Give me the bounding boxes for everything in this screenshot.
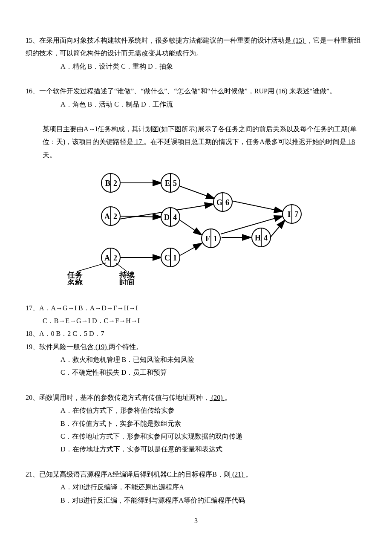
q21-optA: A．对B进行反编译，不能还原出源程序A xyxy=(26,481,366,494)
legend-text: 任务 名称 持续 时间 xyxy=(67,271,135,285)
node-D-val: 4 xyxy=(173,213,177,222)
node-F: F xyxy=(205,234,210,243)
intro-b: 。在不延误项目总工期的情况下，任务A最多可以推迟开始的时间是 xyxy=(144,138,346,145)
q15-stem: 15、在采用面向对象技术构建软件系统时，很多敏捷方法都建议的一种重要的设计活动是… xyxy=(26,34,366,60)
question-19: 19、软件风险一般包含 (19) 两个特性。 A．救火和危机管理 B．已知风险和… xyxy=(26,341,366,379)
q17-line1: 17、A．A→G→I B．A→D→F→H→I xyxy=(26,302,366,315)
q21-stem: 21、已知某高级语言源程序A经编译后得到机器C上的目标程序B，则 (21) 。 xyxy=(26,468,366,481)
q19-blank: (19) xyxy=(94,343,109,350)
diagram-node-labels: B 2 E 5 G 6 A 2 D 4 I 7 A 2 C 1 F 1 H 4 xyxy=(104,179,298,262)
q21-optB: B．对B进行反汇编，不能得到与源程序A等价的汇编程序代码 xyxy=(26,494,366,507)
svg-line-1 xyxy=(119,216,161,217)
question-16: 16、一个软件开发过程描述了“谁做”、“做什么”、“怎么做”和“什么时候做”，R… xyxy=(26,85,366,111)
svg-line-5 xyxy=(180,243,202,255)
q16-text-b: 来表述“谁做”。 xyxy=(289,87,336,95)
project-diagram: B 2 E 5 G 6 A 2 D 4 I 7 A 2 C 1 F 1 H 4 xyxy=(26,166,366,289)
q21-text-a: 21、已知某高级语言源程序A经编译后得到机器C上的目标程序B，则 xyxy=(26,471,231,478)
node-A2: A xyxy=(104,254,110,262)
svg-line-10 xyxy=(271,220,285,237)
q17-line2: C．B→E→G→I D．C→F→H→I xyxy=(26,315,366,327)
q19-line2: C．不确定性和损失 D．员工和预算 xyxy=(26,366,366,379)
node-H-val: 4 xyxy=(264,234,268,242)
svg-line-31 xyxy=(77,263,106,272)
question-20: 20、函数调用时，基本的参数传递方式有传值与传地址两种， (20) 。 A．在传… xyxy=(26,391,366,456)
q20-optA: A．在传值方式下，形参将值传给实参 xyxy=(26,404,366,417)
q20-optB: B．在传值方式下，实参不能是数组元素 xyxy=(26,417,366,430)
node-C: C xyxy=(164,254,170,262)
q15-options: A．精化 B．设计类 C．重构 D．抽象 xyxy=(26,60,366,73)
intro-text: 某项目主要由A～I任务构成，其计划图(如下图所示)展示了各任务之间的前后关系以及… xyxy=(26,123,366,162)
intro-c: 天。 xyxy=(43,151,56,159)
node-A1: A xyxy=(104,212,110,221)
node-H: H xyxy=(255,234,261,242)
q20-stem: 20、函数调用时，基本的参数传递方式有传值与传地址两种， (20) 。 xyxy=(26,391,366,404)
question-17: 17、A．A→G→I B．A→D→F→H→I C．B→E→G→I D．C→F→H… xyxy=(26,302,366,328)
question-21: 21、已知某高级语言源程序A经编译后得到机器C上的目标程序B，则 (21) 。 … xyxy=(26,468,366,507)
q20-blank: (20) xyxy=(210,394,225,401)
q16-stem: 16、一个软件开发过程描述了“谁做”、“做什么”、“怎么做”和“什么时候做”，R… xyxy=(26,85,366,98)
svg-line-7 xyxy=(231,201,282,211)
legend-task: 任务 xyxy=(67,271,83,279)
intro-blank1: 17 xyxy=(133,138,144,145)
q16-blank: (16) xyxy=(274,87,289,95)
node-E-val: 5 xyxy=(173,179,177,188)
q21-text-b: 。 xyxy=(245,471,252,478)
node-D: D xyxy=(164,213,170,222)
q20-text-b: 。 xyxy=(225,394,231,401)
node-B-val: 2 xyxy=(113,179,117,188)
node-G: G xyxy=(216,198,222,207)
legend-name: 名称 xyxy=(67,278,83,285)
q15-text-a: 15、在采用面向对象技术构建软件系统时，很多敏捷方法都建议的一种重要的设计活动是 xyxy=(26,37,291,44)
q16-options: A．角色 B．活动 C．制品 D．工作流 xyxy=(26,98,366,111)
q20-optD: D．在传地址方式下，实参可以是任意的变量和表达式 xyxy=(26,443,366,456)
q19-text-a: 19、软件风险一般包含 xyxy=(26,343,94,350)
q16-text-a: 16、一个软件开发过程描述了“谁做”、“做什么”、“怎么做”和“什么时候做”，R… xyxy=(26,87,274,95)
svg-line-32 xyxy=(116,263,127,272)
node-C-val: 1 xyxy=(173,254,177,262)
legend-time: 时间 xyxy=(119,278,135,285)
svg-line-3 xyxy=(180,186,214,199)
question-15: 15、在采用面向对象技术构建软件系统时，很多敏捷方法都建议的一种重要的设计活动是… xyxy=(26,34,366,73)
diagram-svg: B 2 E 5 G 6 A 2 D 4 I 7 A 2 C 1 F 1 H 4 xyxy=(51,166,315,285)
q19-stem: 19、软件风险一般包含 (19) 两个特性。 xyxy=(26,341,366,353)
q21-blank: (21) xyxy=(231,471,245,478)
svg-line-4 xyxy=(180,220,202,235)
q20-optC: C．在传地址方式下，形参和实参间可以实现数据的双向传递 xyxy=(26,430,366,443)
node-A2-val: 2 xyxy=(113,254,117,262)
q18-line: 18、A．0 B．2 C．5 D．7 xyxy=(26,327,366,340)
node-I-val: 7 xyxy=(294,210,298,219)
q20-text-a: 20、函数调用时，基本的参数传递方式有传值与传地址两种， xyxy=(26,394,210,401)
node-G-val: 6 xyxy=(225,198,229,207)
diagram-nodes xyxy=(101,173,301,267)
question-17-18-intro: 某项目主要由A～I任务构成，其计划图(如下图所示)展示了各任务之间的前后关系以及… xyxy=(26,123,366,290)
intro-blank2: 18 xyxy=(346,138,355,145)
node-B: B xyxy=(105,179,110,188)
q19-line1: A．救火和危机管理 B．已知风险和未知风险 xyxy=(26,353,366,366)
node-A1-val: 2 xyxy=(113,212,117,221)
q19-text-b: 两个特性。 xyxy=(109,343,143,350)
page-number: 3 xyxy=(26,515,366,527)
node-E: E xyxy=(165,179,170,188)
node-F-val: 1 xyxy=(213,234,217,243)
node-I: I xyxy=(288,210,291,219)
legend-hold: 持续 xyxy=(119,271,135,279)
question-18: 18、A．0 B．2 C．5 D．7 xyxy=(26,327,366,340)
legend-pointers xyxy=(77,263,127,272)
svg-line-9 xyxy=(221,216,282,234)
q15-blank: (15) xyxy=(291,37,306,44)
